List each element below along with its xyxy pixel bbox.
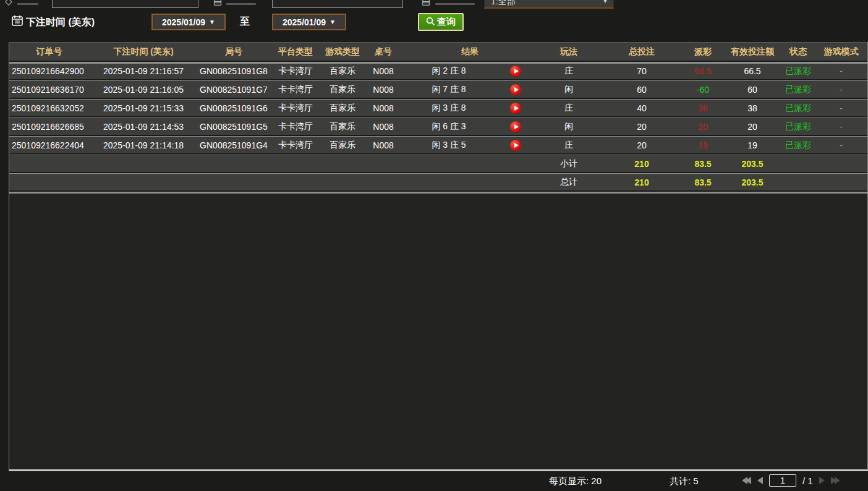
bet-time-cell: 2025-01-09 21:14:53 <box>89 122 198 132</box>
grand-total-payout: 83.5 <box>683 177 723 187</box>
table-no-cell: N008 <box>364 122 403 132</box>
table-row: 2501092166224042025-01-09 21:14:18GN0082… <box>9 137 867 155</box>
valid-bet-cell: 38 <box>723 103 781 113</box>
calendar-icon <box>12 15 23 28</box>
payout-cell: 20 <box>683 122 723 132</box>
round-cell: GN008251091G6 <box>198 103 270 113</box>
grand-total-label: 总计 <box>537 177 601 188</box>
date-to-select[interactable]: 2025/01/09 ▼ <box>272 14 346 30</box>
query-button[interactable]: 查询 <box>418 13 464 31</box>
replay-video-icon[interactable] <box>510 121 521 132</box>
next-page-icon[interactable] <box>819 477 825 484</box>
order-id-cell: 250109216636170 <box>9 85 89 95</box>
pagination-bar: 每页显示: 20 共计: 5 / 1 <box>0 471 868 491</box>
clipped-label-fragment <box>435 3 475 5</box>
col-header-bet-time: 下注时间 (美东) <box>89 46 198 58</box>
play-cell: 闲 <box>537 121 601 132</box>
subtotal-label: 小计 <box>537 158 601 169</box>
col-header-round: 局号 <box>198 46 270 58</box>
result-cell: 闲 7 庄 8 <box>403 84 495 95</box>
chevron-down-icon: ▼ <box>330 19 336 25</box>
chevron-down-icon: ▼ <box>602 0 608 9</box>
game-mode-cell: - <box>815 140 867 150</box>
table-no-cell: N008 <box>364 103 403 113</box>
chevron-down-icon: ▼ <box>209 19 215 25</box>
valid-bet-cell: 19 <box>723 140 781 150</box>
payout-cell: -60 <box>683 85 723 95</box>
play-cell: 庄 <box>537 66 601 77</box>
valid-bet-cell: 66.5 <box>723 66 781 76</box>
col-header-payout: 派彩 <box>683 46 723 58</box>
diamond-icon: ◇ <box>5 0 12 6</box>
subtotal-valid-bet: 203.5 <box>723 159 781 169</box>
result-cell: 闲 3 庄 8 <box>403 103 495 114</box>
page-total-label: / 1 <box>802 476 813 486</box>
valid-bet-cell: 60 <box>723 85 781 95</box>
result-cell: 闲 2 庄 8 <box>403 66 495 77</box>
clipped-label-fragment <box>17 3 38 5</box>
col-header-result: 结果 <box>403 46 537 58</box>
date-from-value: 2025/01/09 <box>162 17 205 27</box>
game-type-cell: 百家乐 <box>321 103 364 114</box>
col-header-status: 状态 <box>781 46 815 58</box>
clipped-label-fragment <box>226 3 256 5</box>
grand-total-row: 总计 210 83.5 203.5 <box>9 174 867 192</box>
total-bet-cell: 60 <box>601 85 683 95</box>
table-header-row: 订单号 下注时间 (美东) 局号 平台类型 游戏类型 桌号 结果 玩法 总投注 … <box>9 43 867 62</box>
game-mode-cell: - <box>815 103 867 113</box>
replay-video-icon[interactable] <box>510 84 521 95</box>
round-cell: GN008251091G8 <box>198 66 270 76</box>
status-cell: 已派彩 <box>781 121 815 132</box>
grand-total-valid-bet: 203.5 <box>723 177 781 187</box>
game-type-cell: 百家乐 <box>321 140 364 151</box>
subtotal-total-bet: 210 <box>601 159 683 169</box>
valid-bet-cell: 20 <box>723 122 781 132</box>
platform-cell: 卡卡湾厅 <box>270 66 321 77</box>
last-page-icon[interactable] <box>831 477 840 484</box>
col-header-total-bet: 总投注 <box>601 46 683 58</box>
payout-cell: 38 <box>683 103 723 113</box>
grand-total-total-bet: 210 <box>601 177 683 187</box>
platform-type-select[interactable]: 1:全部 ▼ <box>484 0 614 9</box>
table-empty-area <box>9 192 867 469</box>
replay-video-icon[interactable] <box>510 103 521 114</box>
first-page-icon[interactable] <box>742 477 751 484</box>
date-range-to-label: 至 <box>240 15 250 28</box>
bet-records-table: 订单号 下注时间 (美东) 局号 平台类型 游戏类型 桌号 结果 玩法 总投注 … <box>9 42 868 471</box>
status-cell: 已派彩 <box>781 140 815 151</box>
table-no-cell: N008 <box>364 85 403 95</box>
bet-time-label: 下注时间 (美东) <box>26 16 95 29</box>
replay-icon-cell <box>495 103 537 114</box>
filter-bar-top: ◇ ▤ ▤ 1:全部 ▼ <box>0 0 868 9</box>
page-number-input[interactable] <box>769 474 796 487</box>
table-no-cell: N008 <box>364 140 403 150</box>
prev-page-icon[interactable] <box>757 477 763 484</box>
col-header-game-mode: 游戏模式 <box>815 46 867 58</box>
play-cell: 庄 <box>537 103 601 114</box>
play-cell: 庄 <box>537 140 601 151</box>
date-from-select[interactable]: 2025/01/09 ▼ <box>151 14 226 30</box>
table-row: 2501092166361702025-01-09 21:16:05GN0082… <box>9 81 867 99</box>
platform-cell: 卡卡湾厅 <box>270 140 321 151</box>
table-row: 2501092166320522025-01-09 21:15:33GN0082… <box>9 100 867 117</box>
game-mode-cell: - <box>815 85 867 95</box>
replay-video-icon[interactable] <box>510 66 521 77</box>
order-id-cell: 250109216622404 <box>9 140 89 150</box>
payout-cell: 19 <box>683 140 723 150</box>
table-no-cell: N008 <box>364 66 403 76</box>
col-header-table-no: 桌号 <box>364 46 403 58</box>
total-bet-cell: 40 <box>601 103 683 113</box>
search-input-1[interactable] <box>52 0 198 8</box>
col-header-game-type: 游戏类型 <box>321 46 364 58</box>
replay-video-icon[interactable] <box>510 140 521 151</box>
game-mode-cell: - <box>815 122 867 132</box>
search-input-2[interactable] <box>272 0 403 8</box>
bet-time-cell: 2025-01-09 21:16:57 <box>89 66 198 76</box>
col-header-play: 玩法 <box>537 46 601 58</box>
total-bet-cell: 20 <box>601 122 683 132</box>
total-count-label: 共计: 5 <box>670 476 699 487</box>
total-bet-cell: 70 <box>601 66 683 76</box>
table-body: 2501092166429002025-01-09 21:16:57GN0082… <box>9 62 867 155</box>
bet-time-cell: 2025-01-09 21:16:05 <box>89 85 198 95</box>
filter-bar-dates: 下注时间 (美东) 2025/01/09 ▼ 至 2025/01/09 ▼ 查询 <box>0 11 868 33</box>
